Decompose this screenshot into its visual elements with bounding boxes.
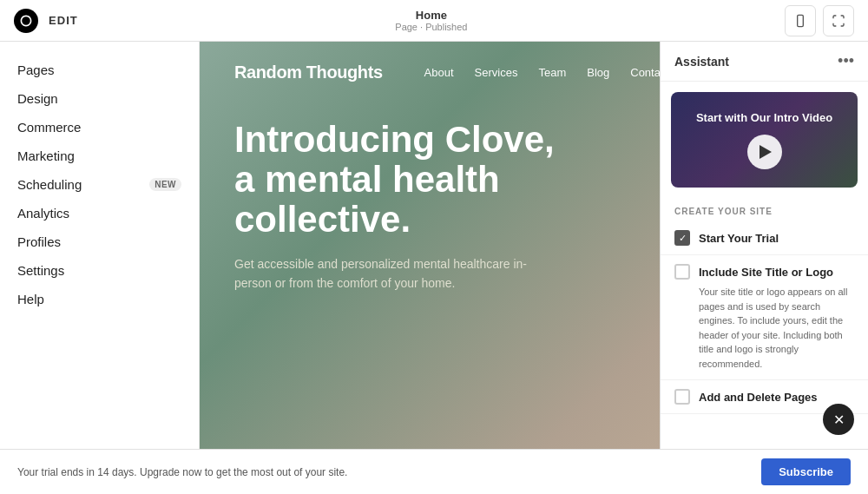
preview-nav-team[interactable]: Team xyxy=(538,66,566,79)
include-title-logo-label: Include Site Title or Logo xyxy=(699,266,833,279)
top-bar: Edit Home Page · Published xyxy=(0,0,868,42)
sidebar: Pages Design Commerce Marketing Scheduli… xyxy=(0,42,200,449)
assistant-title: Assistant xyxy=(674,55,729,69)
preview-nav-services[interactable]: Services xyxy=(475,66,518,79)
trial-message: Your trial ends in 14 days. Upgrade now … xyxy=(17,466,347,478)
assistant-menu-button[interactable]: ••• xyxy=(838,52,854,70)
top-bar-right xyxy=(785,5,854,36)
sidebar-item-marketing-label: Marketing xyxy=(17,148,75,163)
mobile-preview-button[interactable] xyxy=(785,5,816,36)
sidebar-item-profiles-label: Profiles xyxy=(17,234,61,249)
sidebar-item-design-label: Design xyxy=(17,91,58,106)
sidebar-item-help[interactable]: Help xyxy=(0,285,199,313)
hero-title: Introducing Clove, a mental health colle… xyxy=(234,120,582,240)
sidebar-item-profiles[interactable]: Profiles xyxy=(0,227,199,256)
sidebar-item-marketing[interactable]: Marketing xyxy=(0,142,199,170)
svg-rect-0 xyxy=(798,15,804,26)
video-card-title: Start with Our Intro Video xyxy=(696,111,832,124)
sidebar-item-scheduling[interactable]: Scheduling New xyxy=(0,170,199,199)
sidebar-item-analytics-label: Analytics xyxy=(17,206,69,221)
subscribe-button[interactable]: Subscribe xyxy=(761,458,851,485)
page-name: Home xyxy=(416,9,447,22)
preview-area: Random Thoughts About Services Team Blog… xyxy=(200,42,868,449)
include-title-logo-checkbox xyxy=(674,264,690,280)
assistant-close-button[interactable]: ✕ xyxy=(823,404,854,435)
main-area: Pages Design Commerce Marketing Scheduli… xyxy=(0,42,868,449)
add-delete-pages-checkbox xyxy=(674,389,690,405)
squarespace-logo xyxy=(14,9,38,33)
sidebar-item-scheduling-label: Scheduling xyxy=(17,177,82,192)
video-card: Start with Our Intro Video xyxy=(671,92,858,188)
assistant-header: Assistant ••• xyxy=(661,42,868,82)
preview-nav-links: About Services Team Blog Contact xyxy=(424,66,669,79)
checklist-item-title-logo-header: Include Site Title or Logo xyxy=(674,264,854,280)
scheduling-new-badge: New xyxy=(149,178,181,191)
edit-label: Edit xyxy=(49,14,78,27)
play-button[interactable] xyxy=(747,135,782,169)
checklist-item-add-delete-header: Add and Delete Pages xyxy=(674,389,854,405)
preview-nav-about[interactable]: About xyxy=(424,66,454,79)
sidebar-item-settings[interactable]: Settings xyxy=(0,256,199,285)
create-section-header: Create Your Site xyxy=(661,198,868,221)
include-title-logo-description: Your site title or logo appears on all p… xyxy=(674,285,854,371)
checklist-item-start-trial[interactable]: Start Your Trial xyxy=(661,221,868,255)
preview-site-logo: Random Thoughts xyxy=(234,63,383,82)
start-trial-checkbox xyxy=(674,230,690,246)
close-icon: ✕ xyxy=(833,412,845,428)
sidebar-item-pages[interactable]: Pages xyxy=(0,56,199,84)
assistant-menu-dots: ••• xyxy=(838,52,854,70)
sidebar-item-analytics[interactable]: Analytics xyxy=(0,199,199,227)
checklist-item-include-title-logo[interactable]: Include Site Title or Logo Your site tit… xyxy=(661,255,868,380)
sidebar-item-commerce-label: Commerce xyxy=(17,120,81,135)
preview-nav-blog[interactable]: Blog xyxy=(587,66,609,79)
sidebar-item-pages-label: Pages xyxy=(17,63,55,77)
fullscreen-preview-button[interactable] xyxy=(823,5,854,36)
page-status: Page · Published xyxy=(395,22,467,32)
top-bar-left: Edit xyxy=(14,9,78,33)
bottom-bar: Your trial ends in 14 days. Upgrade now … xyxy=(0,449,868,494)
start-trial-label: Start Your Trial xyxy=(699,232,779,245)
sidebar-item-design[interactable]: Design xyxy=(0,84,199,113)
sidebar-item-settings-label: Settings xyxy=(17,263,64,278)
sidebar-item-commerce[interactable]: Commerce xyxy=(0,113,199,142)
top-bar-center: Home Page · Published xyxy=(395,9,467,32)
assistant-panel: Assistant ••• Start with Our Intro Video… xyxy=(660,42,868,449)
checklist-item-start-trial-header: Start Your Trial xyxy=(674,230,854,246)
add-delete-pages-label: Add and Delete Pages xyxy=(699,391,818,404)
sidebar-item-help-label: Help xyxy=(17,292,44,306)
hero-subtitle: Get accessible and personalized mental h… xyxy=(234,254,547,293)
